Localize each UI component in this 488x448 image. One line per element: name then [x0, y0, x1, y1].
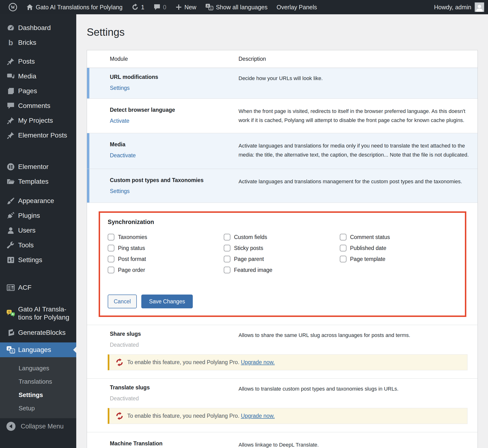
acf-icon	[7, 283, 15, 292]
checkbox[interactable]	[224, 256, 230, 262]
brush-icon	[7, 197, 15, 205]
sidebar-item-appearance[interactable]: Appearance	[0, 193, 76, 208]
checkbox[interactable]	[224, 267, 230, 273]
submenu-item-languages[interactable]: Languages	[0, 361, 76, 375]
checkbox-sticky-posts[interactable]: Sticky posts	[224, 243, 340, 254]
site-link[interactable]: Gato AI Translations for Polylang	[23, 0, 126, 14]
table-row: Detect browser language Activate When th…	[87, 99, 478, 133]
checkbox[interactable]	[108, 245, 114, 251]
sidebar-item-tools[interactable]: Tools	[0, 238, 76, 253]
sidebar-item-acf[interactable]: ACF	[0, 280, 76, 295]
submenu-item-settings[interactable]: Settings	[0, 388, 76, 401]
checkbox-published-date[interactable]: Published date	[340, 243, 456, 254]
checkbox[interactable]	[108, 267, 114, 273]
svg-text:文: 文	[8, 310, 11, 314]
sidebar-item-plugins[interactable]: Plugins	[0, 208, 76, 223]
deactivated-status: Deactivated	[110, 342, 224, 348]
sidebar-item-gato-ai-translations[interactable]: 文A Gato AI Transla-tions for Polylang	[0, 301, 76, 325]
avatar[interactable]	[475, 2, 484, 12]
checkbox-ping-status[interactable]: Ping status	[108, 243, 224, 254]
module-description: Allows to share the same URL slug across…	[239, 331, 472, 340]
collapse-menu-button[interactable]: Collapse Menu	[0, 420, 76, 433]
checkbox[interactable]	[108, 234, 114, 240]
module-description: Allows linkage to DeepL Translate.	[239, 440, 472, 448]
checkbox-custom-fields[interactable]: Custom fields	[224, 232, 340, 243]
checkbox[interactable]	[224, 234, 230, 240]
sidebar-item-bricks[interactable]: b Bricks	[0, 35, 76, 50]
save-changes-button[interactable]: Save Changes	[141, 295, 193, 308]
polylang-pro-notice: To enable this feature, you need Polylan…	[108, 408, 467, 424]
sidebar-item-users[interactable]: Users	[0, 223, 76, 238]
translate-slugs-row: Translate slugs Deactivated Allows to tr…	[87, 379, 478, 432]
wordpress-logo-icon[interactable]: W	[5, 0, 21, 14]
generateblocks-icon	[7, 328, 15, 337]
submenu-item-translations[interactable]: Translations	[0, 375, 76, 388]
checkbox[interactable]	[340, 245, 346, 251]
checkbox-post-format[interactable]: Post format	[108, 254, 224, 264]
sidebar-item-pages[interactable]: Pages	[0, 84, 76, 98]
table-header: Module Description	[87, 50, 478, 68]
sidebar-item-elementor-posts[interactable]: Elementor Posts	[0, 128, 76, 143]
sidebar-item-templates[interactable]: Templates	[0, 174, 76, 189]
cancel-button[interactable]: Cancel	[108, 295, 137, 308]
checkbox[interactable]	[224, 245, 230, 251]
translate-icon: A文	[205, 4, 214, 11]
sidebar-item-posts[interactable]: Posts	[0, 54, 76, 69]
upgrade-now-link[interactable]: Upgrade now.	[241, 359, 275, 365]
plugin-icon	[7, 211, 15, 220]
checkbox[interactable]	[108, 256, 114, 262]
checkbox-page-template[interactable]: Page template	[340, 254, 456, 264]
pushpin-icon	[7, 57, 15, 66]
module-title: Share slugs	[110, 331, 224, 337]
checkbox-taxonomies[interactable]: Taxonomies	[108, 232, 224, 243]
howdy-label[interactable]: Howdy, admin	[434, 4, 471, 11]
home-icon	[26, 4, 33, 11]
sidebar-item-comments[interactable]: Comments	[0, 98, 76, 113]
dashboard-icon	[7, 24, 15, 32]
new-button[interactable]: New	[172, 0, 200, 14]
share-slugs-row: Share slugs Deactivated Allows to share …	[87, 325, 478, 379]
sidebar-item-elementor[interactable]: Elementor	[0, 160, 76, 174]
module-title: URL modifications	[110, 74, 224, 80]
checkbox[interactable]	[340, 256, 346, 262]
synchronization-options: Taxonomies Ping status Post format Page …	[108, 232, 456, 275]
svg-text:文: 文	[11, 350, 14, 353]
synchronization-highlight-box: Synchronization Taxonomies Ping status P…	[99, 211, 466, 317]
site-name: Gato AI Translations for Polylang	[36, 4, 122, 11]
updates-button[interactable]: 1	[128, 0, 148, 14]
table-row: URL modifications Settings Decide how yo…	[87, 68, 478, 99]
user-icon	[7, 226, 15, 235]
svg-text:b: b	[8, 39, 13, 47]
submenu-item-setup[interactable]: Setup	[0, 401, 76, 415]
main-content: Settings Module Description URL modifica…	[76, 14, 488, 448]
upgrade-now-link[interactable]: Upgrade now.	[241, 413, 275, 419]
update-count: 1	[141, 4, 144, 11]
module-title: Custom post types and Taxonomies	[110, 177, 224, 184]
languages-icon: A文	[7, 345, 15, 354]
sidebar-item-generateblocks[interactable]: GenerateBlocks	[0, 325, 76, 340]
checkbox[interactable]	[340, 234, 346, 240]
plus-icon	[175, 4, 182, 10]
comments-icon	[7, 102, 15, 110]
checkbox-page-parent[interactable]: Page parent	[224, 254, 340, 264]
sidebar-item-my-projects[interactable]: My Projects	[0, 113, 76, 128]
show-all-languages-button[interactable]: A文 Show all languages	[202, 0, 271, 14]
checkbox-featured-image[interactable]: Featured image	[224, 264, 340, 275]
svg-text:文: 文	[209, 7, 212, 10]
settings-link[interactable]: Settings	[110, 85, 224, 91]
collapse-arrow-icon	[7, 422, 16, 431]
settings-link[interactable]: Settings	[110, 188, 224, 194]
sidebar-item-languages[interactable]: A文 Languages	[0, 343, 76, 357]
overlay-panels-button[interactable]: Overlay Panels	[273, 0, 320, 14]
sidebar-item-settings[interactable]: Settings	[0, 253, 76, 267]
activate-link[interactable]: Activate	[110, 118, 224, 124]
checkbox-comment-status[interactable]: Comment status	[340, 232, 456, 243]
svg-text:A: A	[12, 313, 14, 315]
checkbox-page-order[interactable]: Page order	[108, 264, 224, 275]
deactivate-link[interactable]: Deactivate	[110, 152, 224, 159]
sidebar-item-media[interactable]: Media	[0, 69, 76, 84]
svg-text:W: W	[11, 5, 15, 10]
current-menu-arrow	[73, 346, 77, 353]
sidebar-item-dashboard[interactable]: Dashboard	[0, 21, 76, 35]
comments-button[interactable]: 0	[150, 0, 170, 14]
